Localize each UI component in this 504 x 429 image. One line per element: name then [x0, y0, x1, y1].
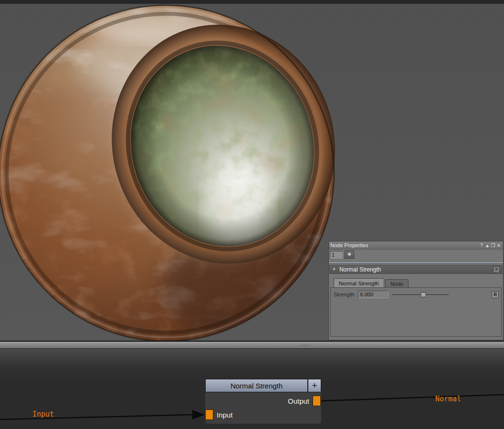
node-add-button[interactable]: + [308, 379, 321, 392]
pane-splitter[interactable]: •••••• [0, 341, 504, 349]
node-body: Output Input [205, 392, 321, 424]
input-port-label: Input [217, 409, 232, 420]
tab-node[interactable]: Node [385, 279, 409, 288]
node-properties-panel: Node Properties ? ▲ ❐ ✕ ✱ ▼ Normal Stren… [328, 241, 504, 340]
dock-icon[interactable]: ▲ [484, 242, 490, 249]
strength-row: Strength R [331, 288, 501, 298]
section-title: Normal Strength [339, 266, 490, 273]
panel-title: Node Properties [330, 242, 479, 248]
pin-button[interactable]: ✱ [345, 251, 354, 259]
strength-value-input[interactable] [358, 291, 388, 298]
node-title[interactable]: Normal Strength [205, 379, 308, 392]
node-header: Normal Strength + [205, 379, 321, 392]
output-port-connector[interactable] [313, 396, 321, 406]
strength-slider[interactable] [392, 292, 449, 298]
float-window-icon[interactable]: ❐ [490, 242, 496, 249]
output-port-label: Output [288, 396, 309, 406]
tab-normal-strength[interactable]: Normal Strength [334, 278, 384, 288]
output-wire[interactable] [321, 395, 504, 401]
viewport-top-strip [0, 0, 504, 4]
output-wire-label: Normal [435, 395, 461, 403]
splitter-drag-handle[interactable]: •••••• [300, 344, 312, 346]
section-header-normal-strength[interactable]: ▼ Normal Strength ✕ [329, 265, 503, 274]
pinned-count-input[interactable] [330, 251, 343, 259]
panel-title-bar[interactable]: Node Properties ? ▲ ❐ ✕ [329, 241, 503, 250]
section-close-icon[interactable]: ✕ [493, 266, 500, 273]
input-wire[interactable] [0, 415, 192, 419]
property-tabs: Normal Strength Node [334, 278, 409, 288]
strength-slider-handle[interactable] [421, 292, 426, 297]
reset-button[interactable]: R [492, 291, 499, 298]
normal-strength-node: Normal Strength + Output Input [205, 379, 321, 424]
panel-separator [329, 262, 503, 263]
input-wire-arrow-icon [192, 410, 205, 419]
input-wire-label: Input [32, 410, 54, 419]
tab-content: Strength R [330, 287, 502, 337]
input-port-connector[interactable] [205, 409, 213, 420]
strength-label: Strength [334, 292, 354, 297]
application-window: Node Properties ? ▲ ❐ ✕ ✱ ▼ Normal Stren… [0, 0, 504, 429]
help-icon[interactable]: ? [479, 242, 484, 249]
collapse-triangle-icon[interactable]: ▼ [332, 267, 336, 272]
close-panel-icon[interactable]: ✕ [496, 242, 502, 249]
